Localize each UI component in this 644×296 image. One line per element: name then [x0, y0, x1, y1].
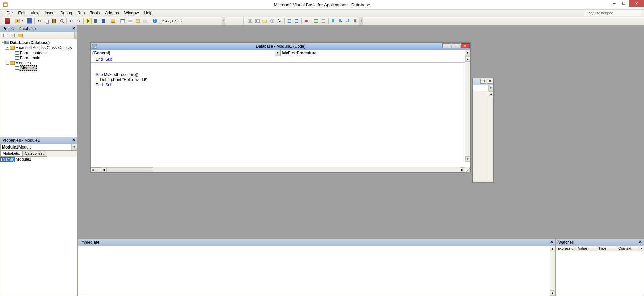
toolbox-button[interactable] — [142, 18, 148, 24]
properties-window-button[interactable] — [127, 18, 134, 24]
code-window-minimize[interactable]: ─ — [442, 43, 451, 48]
scroll-left-icon[interactable]: ◀ — [101, 167, 106, 172]
toolbar-overflow-2[interactable]: ▾ — [359, 17, 363, 25]
tree-class-objects-label[interactable]: Microsoft Access Class Objects — [15, 45, 72, 50]
menubar-grip[interactable] — [1, 10, 3, 17]
menu-tools[interactable]: Tools — [87, 10, 102, 16]
menu-run[interactable]: Run — [75, 10, 87, 16]
toggle-folders-button[interactable] — [17, 32, 24, 39]
menu-insert[interactable]: Insert — [42, 10, 58, 16]
uncomment-block-button[interactable] — [320, 18, 327, 24]
help-search-box[interactable] — [584, 10, 641, 16]
scroll-up-icon[interactable]: ▲ — [550, 246, 555, 251]
immediate-scrollbar[interactable]: ▲ ▼ — [550, 246, 555, 296]
immediate-body[interactable]: ▲ ▼ — [78, 246, 555, 296]
code-window-titlebar[interactable]: Database - Module1 (Code) ─ ☐ ✕ — [91, 43, 470, 50]
tree-module1[interactable]: Module1 — [20, 65, 37, 71]
watches-col-expression[interactable]: Expression — [556, 246, 577, 251]
menu-file[interactable]: File — [4, 10, 15, 16]
code-text[interactable]: End Sub Sub MyFirstProcedure() Debug.Pri… — [91, 56, 470, 88]
watches-col-value[interactable]: Value — [577, 246, 597, 251]
scroll-up-icon[interactable]: ▲ — [465, 56, 470, 62]
scroll-thumb[interactable] — [106, 167, 153, 172]
tree-modules-label[interactable]: Modules — [15, 61, 31, 65]
quick-info-button[interactable] — [261, 18, 268, 24]
project-toolbar-end-grip[interactable] — [74, 32, 77, 39]
comment-block-button[interactable] — [313, 18, 319, 24]
procedure-combo[interactable]: MyFirstProcedure ▼ — [281, 50, 471, 56]
cut-button[interactable]: ✂ — [36, 18, 43, 24]
tree-form-contacts[interactable]: Form_contacts — [20, 51, 46, 55]
undo-button[interactable] — [68, 18, 75, 24]
insert-dropdown[interactable]: ▼ — [21, 20, 24, 22]
menu-window[interactable]: Window — [122, 10, 142, 16]
project-explorer-button[interactable] — [119, 18, 126, 24]
scroll-right-icon[interactable]: ▶ — [460, 167, 465, 172]
breakpoint-button[interactable] — [303, 18, 310, 24]
properties-object-combo[interactable]: Module1 Module ▼ — [0, 144, 77, 151]
list-constants-button[interactable] — [254, 18, 261, 24]
menu-edit[interactable]: Edit — [15, 10, 28, 16]
find-button[interactable] — [58, 18, 65, 24]
parameter-info-button[interactable]: ⓘ — [269, 18, 275, 24]
bookmark-toggle-button[interactable] — [330, 18, 337, 24]
bookmark-next-button[interactable] — [337, 18, 344, 24]
scroll-down-icon[interactable]: ▼ — [465, 156, 470, 162]
run-button[interactable] — [85, 18, 92, 24]
watches-col-type[interactable]: Type — [597, 246, 617, 251]
properties-grid[interactable]: (Name) Module1 — [0, 157, 77, 296]
toolbar-grip-1[interactable] — [1, 18, 3, 24]
procedure-view-button[interactable]: ≡ — [91, 167, 96, 172]
view-code-button[interactable] — [2, 32, 9, 39]
immediate-close-button[interactable]: ✕ — [549, 239, 554, 245]
break-button[interactable] — [92, 18, 99, 24]
code-horizontal-scrollbar[interactable]: ◀ ▶ — [101, 167, 465, 172]
project-tree[interactable]: − Database (Database) − Microsoft Access… — [0, 39, 77, 136]
menu-view[interactable]: View — [28, 10, 42, 16]
view-access-button[interactable] — [4, 18, 11, 24]
code-vertical-scrollbar[interactable]: ▲ ▼ — [465, 56, 470, 162]
watches-scroll-up[interactable]: ▲ — [639, 246, 644, 251]
copy-button[interactable] — [43, 18, 50, 24]
toolbar-overflow-1[interactable]: ▾ — [222, 17, 225, 25]
code-window-maximize[interactable]: ☐ — [452, 43, 460, 48]
tab-alphabetic[interactable]: Alphabetic — [0, 151, 22, 157]
bookmark-clear-button[interactable] — [352, 18, 359, 24]
outdent-button[interactable] — [293, 18, 300, 24]
combo-arrow-icon[interactable]: ▼ — [71, 144, 77, 150]
object-combo[interactable]: (General) ▼ — [91, 50, 281, 56]
chevron-down-icon[interactable]: ▼ — [465, 50, 470, 56]
full-module-view-button[interactable]: ☰ — [96, 167, 101, 172]
background-window[interactable]: ❐ ✕ ▼ ▲ — [472, 78, 494, 183]
tree-expand-modules[interactable]: − — [6, 61, 9, 65]
watches-close-button[interactable]: ✕ — [638, 239, 643, 245]
tree-root-label[interactable]: Database (Database) — [10, 40, 50, 45]
view-object-button[interactable] — [9, 32, 16, 39]
project-explorer-close-button[interactable]: ✕ — [71, 26, 76, 31]
watches-col-context[interactable]: Context — [617, 246, 639, 251]
object-browser-button[interactable] — [134, 18, 141, 24]
tree-form-main[interactable]: Form_main — [20, 56, 40, 60]
paste-button[interactable] — [51, 18, 58, 24]
insert-button[interactable]: ✦ — [14, 18, 21, 24]
list-properties-button[interactable] — [247, 18, 253, 24]
close-button[interactable]: ✕ — [629, 0, 644, 7]
menu-addins[interactable]: Add-Ins — [102, 10, 121, 16]
help-button[interactable]: ? — [151, 18, 158, 24]
minimize-button[interactable]: ─ — [610, 0, 619, 7]
bg-window-restore[interactable]: ❐ — [480, 79, 486, 84]
chevron-down-icon[interactable]: ▼ — [275, 50, 280, 56]
reset-button[interactable] — [100, 18, 107, 24]
design-mode-button[interactable] — [110, 18, 116, 24]
bg-window-close[interactable]: ✕ — [487, 79, 493, 84]
bg-window-combo[interactable]: ▼ — [473, 85, 493, 91]
code-editor[interactable]: End Sub Sub MyFirstProcedure() Debug.Pri… — [91, 56, 470, 167]
bg-scroll-up[interactable]: ▲ — [489, 91, 493, 96]
menu-help[interactable]: Help — [141, 10, 155, 16]
resize-grip[interactable] — [465, 167, 470, 173]
scroll-down-icon[interactable]: ▼ — [550, 290, 555, 296]
menu-debug[interactable]: Debug — [58, 10, 75, 16]
bookmark-prev-button[interactable] — [345, 18, 351, 24]
tree-expand-class-objects[interactable]: − — [6, 46, 9, 50]
tab-categorized[interactable]: Categorized — [22, 151, 47, 157]
